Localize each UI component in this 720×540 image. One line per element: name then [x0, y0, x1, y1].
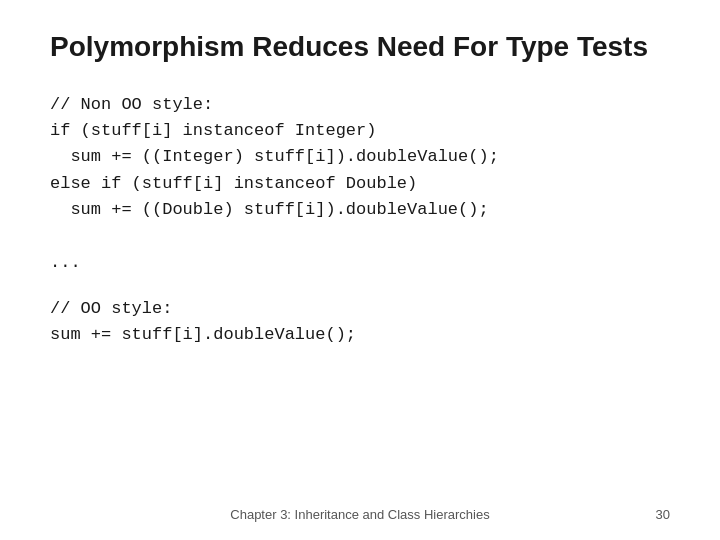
- slide-title: Polymorphism Reduces Need For Type Tests: [50, 30, 670, 64]
- code-section-1: // Non OO style: if (stuff[i] instanceof…: [50, 92, 670, 276]
- code-block-oo: // OO style: sum += stuff[i].doubleValue…: [50, 296, 670, 349]
- footer: Chapter 3: Inheritance and Class Hierarc…: [0, 507, 720, 522]
- slide: Polymorphism Reduces Need For Type Tests…: [0, 0, 720, 540]
- footer-chapter: Chapter 3: Inheritance and Class Hierarc…: [0, 507, 720, 522]
- code-section-2: // OO style: sum += stuff[i].doubleValue…: [50, 296, 670, 349]
- code-block-non-oo: // Non OO style: if (stuff[i] instanceof…: [50, 92, 670, 276]
- footer-page-number: 30: [656, 507, 670, 522]
